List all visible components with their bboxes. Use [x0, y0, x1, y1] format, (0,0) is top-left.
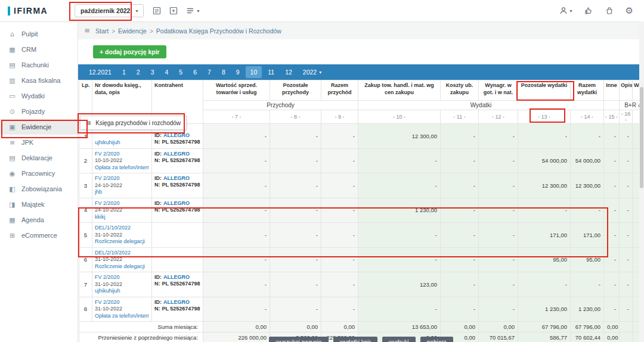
cell-col-9: -: [321, 272, 358, 297]
doc-link[interactable]: Rozliczenie delegacji: [95, 263, 149, 271]
contractor-link[interactable]: ALLEGRO: [163, 132, 190, 138]
month-tab-m10[interactable]: 10: [246, 66, 262, 78]
sidebar-item-pracownicy[interactable]: ◉Pracownicy: [0, 166, 78, 181]
contractor-link[interactable]: ALLEGRO: [163, 274, 190, 280]
contractor-label: ID:: [154, 175, 162, 181]
month-tab-m12[interactable]: 12: [280, 66, 297, 78]
doc-link[interactable]: ujhikuhijuh: [95, 139, 149, 147]
doc-link[interactable]: FV 2/2020: [95, 200, 149, 207]
month-tab-m6[interactable]: 6: [188, 66, 202, 78]
contractor-link[interactable]: ALLEGRO: [163, 299, 190, 305]
sidebar-item-ewidencje[interactable]: ▣Ewidencje: [0, 119, 78, 135]
contractor-link[interactable]: ALLEGRO: [163, 175, 190, 181]
month-tab-m8[interactable]: 8: [217, 66, 230, 78]
month-tab-12-2021[interactable]: 12.2021: [84, 66, 116, 78]
notes-icon[interactable]: [152, 6, 162, 15]
sidebar-item-deklaracje[interactable]: ▤Deklaracje: [0, 150, 78, 166]
month-tab-m1[interactable]: 1: [117, 66, 131, 78]
cell-col-16: -: [620, 173, 633, 198]
month-tab-year[interactable]: 2022▾: [298, 66, 326, 78]
month-tab-m3[interactable]: 3: [146, 66, 159, 78]
contractor-link[interactable]: ALLEGRO: [163, 200, 190, 206]
chevron-down-icon: ▾: [319, 70, 321, 75]
breadcrumb-item-3[interactable]: Podatkowa Księga Przychodów i Rozchodów: [156, 27, 281, 35]
user-menu-icon[interactable]: ▾: [559, 6, 572, 15]
doc-link[interactable]: FV 2/2020: [95, 299, 149, 306]
footer-button-download[interactable]: pobierz: [420, 337, 453, 342]
menu-icon[interactable]: ≡: [84, 26, 90, 35]
sidebar-item-rachunki[interactable]: ▤Rachunki: [0, 57, 78, 73]
month-tab-m9[interactable]: 9: [231, 66, 244, 78]
doc-link[interactable]: ujhikuhijuh: [95, 288, 149, 295]
doc-cell: FV 2/202024-10-2022jhb: [92, 173, 152, 198]
col-header-11: Razem wydatki: [571, 80, 604, 101]
cell-col-11: -: [441, 148, 479, 173]
doc-link[interactable]: Opłata za telefon/internet: [95, 164, 149, 172]
col-number-13: - 13 -: [518, 110, 571, 124]
month-tab-m11[interactable]: 11: [263, 66, 279, 78]
doc-link[interactable]: DEL/2/10/2022: [95, 250, 149, 257]
gift-icon[interactable]: [605, 6, 614, 15]
cell-col-16: -: [620, 198, 633, 223]
month-tab-m5[interactable]: 5: [174, 66, 187, 78]
sidebar-item-ecommerce[interactable]: ⊞eCommerce: [0, 228, 78, 243]
add-window-icon[interactable]: [169, 6, 178, 15]
footer-button-search[interactable]: wyszukaj pozycję: [269, 337, 328, 342]
doc-link[interactable]: DEL/1/10/2022: [95, 225, 149, 232]
summary-col-13: 67 796,00: [518, 322, 571, 332]
add-kpir-entry-button[interactable]: + dodaj pozycję kpir: [93, 45, 166, 58]
contractor-link[interactable]: ALLEGRO: [163, 151, 190, 157]
contractor-value: PL 5252674798: [162, 207, 200, 213]
scrollbar-thumb[interactable]: [640, 87, 643, 188]
sidebar-item-majatek[interactable]: ◨Majątek: [0, 197, 78, 212]
month-tab-m2[interactable]: 2: [132, 66, 145, 78]
month-tab-m4[interactable]: 4: [160, 66, 174, 78]
summary-col-8: 0,00: [270, 322, 321, 332]
sidebar-item-zobowiazania[interactable]: ◧Zobowiązania: [0, 181, 78, 197]
cell-col-13: 1 230,00: [518, 297, 571, 322]
doc-cell: FV 2/202024-10-2022kkikj: [92, 198, 152, 223]
footer-button-prints[interactable]: wydruki: [382, 337, 416, 342]
contractor-line: N:PL 5252674798: [154, 139, 200, 145]
doc-link[interactable]: FV 2/2020: [95, 151, 149, 158]
app-logo[interactable]: IFIRMA: [0, 6, 65, 15]
doc-link[interactable]: Opłata za telefon/internet: [95, 313, 149, 320]
cell-col-8: -: [270, 148, 321, 173]
cell-col-9: -: [321, 223, 358, 248]
contractor-label: ID:: [154, 151, 162, 157]
sidebar-item-crm[interactable]: ▦CRM: [0, 42, 78, 57]
sidebar-item-jpk[interactable]: ≡JPK: [0, 135, 78, 150]
contractor-value: PL 5252674798: [162, 157, 200, 163]
cell-col-17: -: [633, 223, 640, 248]
breadcrumb-item-1[interactable]: Start: [95, 27, 109, 35]
doc-link[interactable]: kkikj: [95, 214, 149, 221]
thumbs-up-icon[interactable]: [584, 6, 593, 15]
doc-date: 31-10-2022: [95, 306, 149, 313]
row-number: 3: [79, 173, 92, 198]
doc-link[interactable]: FV 2/2020: [95, 175, 149, 182]
kpir-book-tab[interactable]: ≡ Księga przychodów i rozchodów: [80, 116, 187, 130]
contractor-label: ID:: [154, 274, 162, 280]
doc-link[interactable]: FV 2/2020: [95, 274, 149, 281]
cell-col-17: -: [633, 272, 640, 297]
doc-link[interactable]: jhb: [95, 189, 149, 196]
vertical-scrollbar[interactable]: [639, 21, 644, 342]
col-header-13: Opis: [620, 80, 633, 101]
contractor-label: N:: [154, 157, 160, 163]
list-menu-icon[interactable]: ▾: [185, 6, 199, 15]
cell-col-13: 54 000,00: [518, 148, 571, 173]
sidebar-item-kasa-fiskalna[interactable]: ▥Kasa fiskalna: [0, 73, 78, 88]
breadcrumb-item-2[interactable]: Ewidencje: [118, 27, 147, 35]
sidebar-item-pojazdy[interactable]: ⊙Pojazdy: [0, 104, 78, 119]
sidebar-item-agenda[interactable]: ▦Agenda: [0, 212, 78, 228]
sidebar-item-pulpit[interactable]: ⌂Pulpit: [0, 26, 78, 42]
contractor-line: ID:ALLEGRO: [154, 151, 200, 157]
month-tab-m7[interactable]: 7: [203, 66, 216, 78]
contractor-cell: [152, 223, 203, 248]
footer-button-expenses[interactable]: wydatki kpir: [333, 337, 377, 342]
sidebar-item-wydatki[interactable]: ▭Wydatki: [0, 88, 78, 104]
doc-link[interactable]: Rozliczenie delegacji: [95, 238, 149, 245]
settings-gear-icon[interactable]: ⚙: [626, 7, 633, 15]
contractor-line: ID:ALLEGRO: [154, 175, 200, 182]
month-selector-dropdown[interactable]: październik 2022 ▾: [75, 4, 144, 17]
